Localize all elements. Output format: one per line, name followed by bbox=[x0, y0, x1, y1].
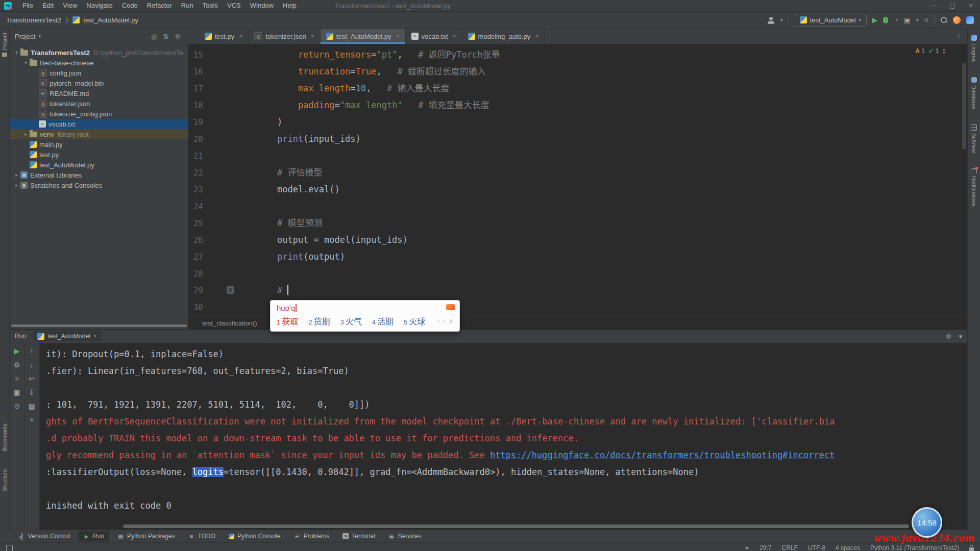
status-Python-3-11--TransformersTest2-[interactable]: Python 3.11 (TransformersTest2) bbox=[870, 544, 959, 551]
console-link[interactable]: https://huggingface.co/docs/transformers… bbox=[490, 450, 835, 460]
minimize-button[interactable]: — bbox=[925, 0, 943, 11]
menu-file[interactable]: File bbox=[18, 0, 38, 11]
pin-icon[interactable]: ⊙ bbox=[14, 403, 20, 410]
menu-tools[interactable]: Tools bbox=[198, 0, 223, 11]
tree-item-tokenizer_config.json[interactable]: {}tokenizer_config.json bbox=[10, 109, 188, 119]
settings-gear-icon[interactable]: ⚙ bbox=[175, 33, 181, 40]
tab-modeling_auto.py[interactable]: modeling_auto.py× bbox=[462, 29, 545, 44]
tool-button-todo[interactable]: ≡TODO bbox=[183, 531, 220, 541]
search-icon[interactable] bbox=[940, 16, 947, 23]
close-icon[interactable]: × bbox=[311, 33, 314, 40]
tool-button-project[interactable]: Project bbox=[2, 33, 8, 57]
ime-nav-icon[interactable]: ∨ bbox=[449, 317, 453, 324]
tree-item-pytorch_model.bin[interactable]: Bpytorch_model.bin bbox=[10, 78, 188, 88]
coverage-button[interactable]: ▣ bbox=[904, 16, 911, 23]
scroll-to-end-icon[interactable]: ↧ bbox=[29, 389, 35, 396]
tree-item-Scratches and Consoles[interactable]: ▸SScratches and Consoles bbox=[10, 180, 188, 190]
tab-test.py[interactable]: test.py× bbox=[199, 29, 249, 44]
window-icon[interactable] bbox=[6, 545, 13, 551]
up-stack-trace-icon[interactable]: ↑ bbox=[30, 347, 34, 355]
ime-nav-arrows[interactable]: ‹›∨ bbox=[437, 317, 454, 324]
close-icon[interactable]: × bbox=[453, 33, 456, 40]
locate-file-icon[interactable]: ◎ bbox=[151, 33, 157, 40]
ime-candidate-3[interactable]: 3火气 bbox=[340, 315, 362, 327]
menu-refactor[interactable]: Refactor bbox=[142, 0, 177, 11]
code-viewport[interactable]: 15 return_tensors="pt", # 返回PyTorch张量16 … bbox=[189, 44, 967, 316]
user-icon[interactable] bbox=[767, 16, 775, 24]
hide-panel-icon[interactable]: — bbox=[187, 33, 193, 40]
ime-candidate-2[interactable]: 2货期 bbox=[308, 315, 330, 327]
gutter-icon[interactable] bbox=[227, 286, 234, 294]
tree-item-main.py[interactable]: main.py bbox=[10, 139, 188, 149]
run-button[interactable]: ▶ bbox=[872, 16, 878, 23]
close-icon[interactable]: × bbox=[239, 33, 242, 40]
status-29-7[interactable]: 29:7 bbox=[760, 544, 771, 551]
tool-button-lingma[interactable]: Lingma bbox=[971, 35, 977, 62]
collapse-panel-icon[interactable]: ▾ bbox=[959, 333, 962, 340]
print-icon[interactable]: ▤ bbox=[28, 403, 35, 410]
chevron-down-icon[interactable]: ▾ bbox=[22, 60, 30, 65]
soft-wrap-icon[interactable]: ↩ bbox=[29, 375, 35, 382]
tree-item-test_AutoModel.py[interactable]: test_AutoModel.py bbox=[10, 160, 188, 170]
tree-item-TransformersTest2[interactable]: ▾TransformersTest2D:\python_pro\Transfor… bbox=[10, 47, 188, 58]
tool-button-sciview[interactable]: SciView bbox=[971, 124, 977, 153]
menu-navigate[interactable]: Navigate bbox=[82, 0, 117, 11]
tree-item-config.json[interactable]: {}config.json bbox=[10, 68, 188, 78]
tool-button-bookmarks[interactable]: Bookmarks bbox=[2, 423, 8, 452]
inspection-widget[interactable]: A 1 ✓ 1 ▲▼ bbox=[915, 47, 946, 55]
status-CRLF[interactable]: CRLF bbox=[782, 544, 798, 551]
project-header-label[interactable]: Project bbox=[15, 33, 35, 40]
down-stack-trace-icon[interactable]: ↓ bbox=[30, 361, 34, 368]
menu-help[interactable]: Help bbox=[278, 0, 301, 11]
lingma-icon[interactable] bbox=[966, 16, 974, 24]
ime-candidate-4[interactable]: 4活期 bbox=[372, 315, 394, 327]
maximize-button[interactable]: ▢ bbox=[943, 0, 962, 11]
tool-button-notifications[interactable]: Notifications bbox=[971, 168, 977, 207]
breadcrumb-project[interactable]: TransformersTest2 bbox=[6, 16, 61, 24]
menu-code[interactable]: Code bbox=[117, 0, 142, 11]
menu-vcs[interactable]: VCS bbox=[223, 0, 246, 11]
expand-collapse-icon[interactable]: ⇅ bbox=[163, 33, 168, 40]
tool-button-database[interactable]: Database bbox=[971, 77, 977, 109]
close-icon[interactable]: × bbox=[93, 333, 97, 340]
editor-area[interactable]: 15 return_tensors="pt", # 返回PyTorch张量16 … bbox=[189, 44, 967, 329]
close-icon[interactable]: × bbox=[396, 33, 400, 40]
tree-item-venv[interactable]: ▸venvlibrary root bbox=[10, 129, 188, 139]
lock-icon[interactable] bbox=[969, 547, 974, 551]
tool-button-services[interactable]: ◉Services bbox=[383, 531, 427, 541]
editor-vscrollbar[interactable] bbox=[962, 63, 966, 149]
console-output[interactable]: it): Dropout(p=0.1, inplace=False).fier)… bbox=[40, 343, 967, 530]
ime-candidate-1[interactable]: 1获取 bbox=[277, 315, 298, 327]
console-hscrollbar[interactable] bbox=[123, 524, 909, 528]
ime-nav-icon[interactable]: ‹ bbox=[437, 317, 439, 324]
close-button[interactable]: × bbox=[962, 0, 980, 11]
chevron-down-icon[interactable]: ▾ bbox=[13, 50, 20, 55]
tool-button-version-control[interactable]: Version Control bbox=[13, 531, 75, 541]
tree-item-tokenizer.json[interactable]: {}tokenizer.json bbox=[10, 98, 188, 109]
edit-config-icon[interactable]: ⚙ bbox=[14, 361, 20, 368]
ai-assistant-icon[interactable] bbox=[953, 16, 961, 24]
project-hscrollbar[interactable] bbox=[11, 324, 187, 327]
tab-options-icon[interactable]: ⋮ bbox=[950, 29, 967, 44]
ime-candidate-5[interactable]: 5火球 bbox=[404, 315, 425, 327]
tool-button-terminal[interactable]: >Terminal bbox=[337, 531, 380, 541]
status-4-spaces[interactable]: 4 spaces bbox=[836, 544, 860, 551]
status-UTF-8[interactable]: UTF-8 bbox=[808, 544, 825, 551]
chevron-right-icon[interactable]: ▸ bbox=[13, 172, 20, 178]
tab-test_AutoModel.py[interactable]: test_AutoModel.py× bbox=[321, 29, 406, 44]
clear-console-icon[interactable]: × bbox=[30, 416, 34, 423]
settings-gear-icon[interactable]: ⚙ bbox=[946, 333, 952, 340]
profile-button[interactable]: ◔ bbox=[894, 16, 898, 23]
menu-run[interactable]: Run bbox=[177, 0, 198, 11]
breadcrumb-file[interactable]: test_AutoModel.py bbox=[83, 16, 138, 24]
run-config-selector[interactable]: test_AutoModel ▾ bbox=[795, 14, 867, 27]
close-icon[interactable]: × bbox=[535, 33, 538, 40]
tree-item-README.md[interactable]: MREADME.md bbox=[10, 88, 188, 98]
tool-button-problems[interactable]: ⊖Problems bbox=[289, 531, 335, 541]
tool-button-python-packages[interactable]: ▦Python Packages bbox=[112, 531, 180, 541]
tree-item-test.py[interactable]: test.py bbox=[10, 149, 188, 160]
tree-item-Bert-base-chinese[interactable]: ▾Bert-base-chinese bbox=[10, 58, 188, 68]
tab-vocab.txt[interactable]: ≡vocab.txt× bbox=[406, 29, 462, 44]
tree-item-External Libraries[interactable]: ▸≣External Libraries bbox=[10, 170, 188, 180]
menu-view[interactable]: View bbox=[58, 0, 82, 11]
